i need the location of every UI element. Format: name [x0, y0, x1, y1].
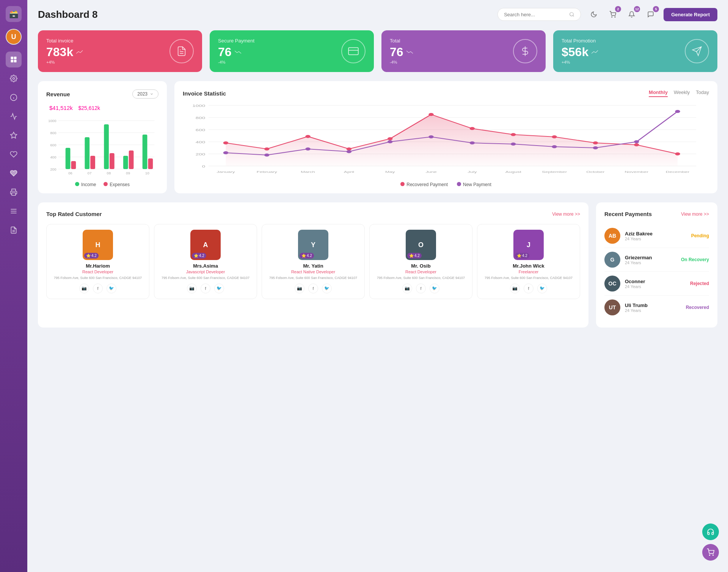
charts-row: Revenue 2023 $41,512k $25,612k: [38, 81, 717, 193]
tab-monthly[interactable]: Monthly: [649, 89, 668, 97]
payment-status-2: Rejected: [690, 281, 709, 286]
invoice-chart-header: Invoice Statistic Monthly Weekly Today: [183, 89, 709, 97]
customer-role-2: React Native Developer: [266, 270, 361, 274]
payment-status-0: Pending: [691, 233, 709, 238]
svg-point-85: [675, 152, 680, 155]
svg-text:May: May: [385, 170, 395, 174]
svg-rect-40: [104, 124, 109, 169]
trend-icon-invoice: [76, 49, 84, 55]
svg-text:09: 09: [126, 171, 130, 175]
message-btn[interactable]: 5: [644, 8, 657, 21]
year-select[interactable]: 2023: [132, 89, 158, 99]
cart-icon: [609, 11, 616, 18]
instagram-icon-1[interactable]: 📷: [187, 284, 197, 293]
svg-text:200: 200: [50, 168, 56, 171]
customer-avatar-3: O ⭐ 4.2: [406, 230, 436, 260]
customer-social-1: 📷 f 🐦: [158, 284, 253, 293]
stat-trend-invoice: +4%: [46, 60, 169, 64]
payment-status-3: Recovered: [686, 305, 709, 310]
revenue-chart-card: Revenue 2023 $41,512k $25,612k: [38, 81, 167, 193]
stat-icon-invoice: [169, 39, 194, 63]
instagram-icon-0[interactable]: 📷: [79, 284, 89, 293]
payment-avatar-1: G: [604, 252, 620, 268]
facebook-icon-4[interactable]: f: [524, 284, 533, 293]
svg-rect-47: [148, 158, 153, 169]
sidebar-item-menu[interactable]: [6, 203, 22, 219]
svg-point-74: [223, 141, 229, 144]
customer-role-1: Javascript Developer: [158, 270, 253, 274]
svg-point-93: [511, 143, 516, 146]
instagram-icon-4[interactable]: 📷: [510, 284, 520, 293]
payment-age-3: 24 Years: [625, 308, 681, 313]
search-icon: [569, 11, 574, 17]
facebook-icon-0[interactable]: f: [93, 284, 103, 293]
svg-point-18: [615, 17, 615, 17]
svg-point-89: [347, 150, 352, 153]
instagram-icon-3[interactable]: 📷: [402, 284, 412, 293]
svg-text:0: 0: [202, 165, 206, 168]
generate-report-button[interactable]: Generate Report: [664, 8, 717, 21]
payment-avatar-3: UT: [604, 299, 620, 315]
payments-title: Recent Payments: [604, 211, 652, 217]
svg-rect-37: [85, 137, 89, 169]
list-item: A ⭐ 4.2 Mrs.Asima Javascript Developer 7…: [154, 224, 257, 299]
stat-card-promotion: Total Promotion $56k +4%: [553, 30, 717, 72]
chevron-down-icon: [150, 92, 154, 96]
sidebar-item-heart2[interactable]: [6, 165, 22, 181]
twitter-icon-0[interactable]: 🐦: [107, 284, 116, 293]
customer-avatar-1: A ⭐ 4.2: [190, 230, 221, 260]
sidebar-item-print[interactable]: [6, 184, 22, 200]
svg-rect-38: [90, 156, 95, 169]
payment-info-2: Oconner 24 Years: [625, 279, 686, 289]
sidebar-item-analytics[interactable]: [6, 108, 22, 124]
list-item: Y ⭐ 4.2 Mr. Yatin React Native Developer…: [262, 224, 365, 299]
facebook-icon-3[interactable]: f: [416, 284, 426, 293]
svg-point-4: [13, 78, 15, 80]
svg-text:600: 600: [196, 128, 205, 132]
svg-point-86: [223, 151, 229, 154]
message-badge: 5: [653, 6, 659, 12]
revenue-bar-chart: 1000 800 600 400 200 06 07 08: [46, 117, 158, 185]
svg-rect-34: [66, 148, 71, 169]
search-input[interactable]: [504, 12, 566, 17]
tab-weekly[interactable]: Weekly: [674, 89, 690, 97]
user-avatar[interactable]: U: [6, 29, 22, 45]
svg-point-15: [570, 13, 573, 16]
facebook-icon-1[interactable]: f: [201, 284, 210, 293]
svg-text:600: 600: [50, 143, 56, 147]
instagram-icon-2[interactable]: 📷: [295, 284, 304, 293]
revenue-amount: $41,512k $25,612k: [46, 102, 158, 112]
twitter-icon-2[interactable]: 🐦: [322, 284, 332, 293]
svg-text:January: January: [217, 170, 235, 174]
sidebar-item-dashboard[interactable]: [6, 52, 22, 67]
support-float-btn[interactable]: [702, 523, 719, 540]
svg-rect-46: [143, 135, 147, 169]
revenue-chart-header: Revenue 2023: [46, 89, 158, 99]
sidebar-item-settings[interactable]: [6, 71, 22, 86]
sidebar-item-wishlist[interactable]: [6, 146, 22, 162]
page-title: Dashboard 8: [38, 9, 491, 20]
payments-header: Recent Payments View more >>: [604, 211, 709, 217]
theme-toggle-btn[interactable]: [587, 8, 601, 21]
svg-text:June: June: [425, 170, 436, 174]
svg-text:200: 200: [196, 152, 205, 156]
twitter-icon-4[interactable]: 🐦: [537, 284, 547, 293]
customer-address-0: 795 Folsom Ave, Suite 600 San Francisco,…: [50, 276, 145, 281]
twitter-icon-1[interactable]: 🐦: [214, 284, 224, 293]
cart-float-btn[interactable]: [702, 544, 719, 561]
bell-btn[interactable]: 12: [625, 8, 639, 21]
payments-view-more[interactable]: View more >>: [681, 212, 709, 217]
facebook-icon-2[interactable]: f: [308, 284, 318, 293]
list-item: H ⭐ 4.2 Mr.Hariom React Developer 795 Fo…: [46, 224, 149, 299]
svg-rect-1: [14, 57, 17, 60]
svg-text:December: December: [666, 170, 690, 174]
customers-view-more[interactable]: View more >>: [552, 212, 580, 217]
cart-btn[interactable]: 2: [606, 8, 620, 21]
sidebar-item-info[interactable]: [6, 89, 22, 105]
svg-point-95: [593, 146, 598, 149]
tab-today[interactable]: Today: [696, 89, 709, 97]
sidebar-item-reports[interactable]: [6, 222, 22, 238]
sidebar-item-favorites[interactable]: [6, 127, 22, 143]
twitter-icon-3[interactable]: 🐦: [430, 284, 439, 293]
payment-age-2: 24 Years: [625, 284, 686, 289]
